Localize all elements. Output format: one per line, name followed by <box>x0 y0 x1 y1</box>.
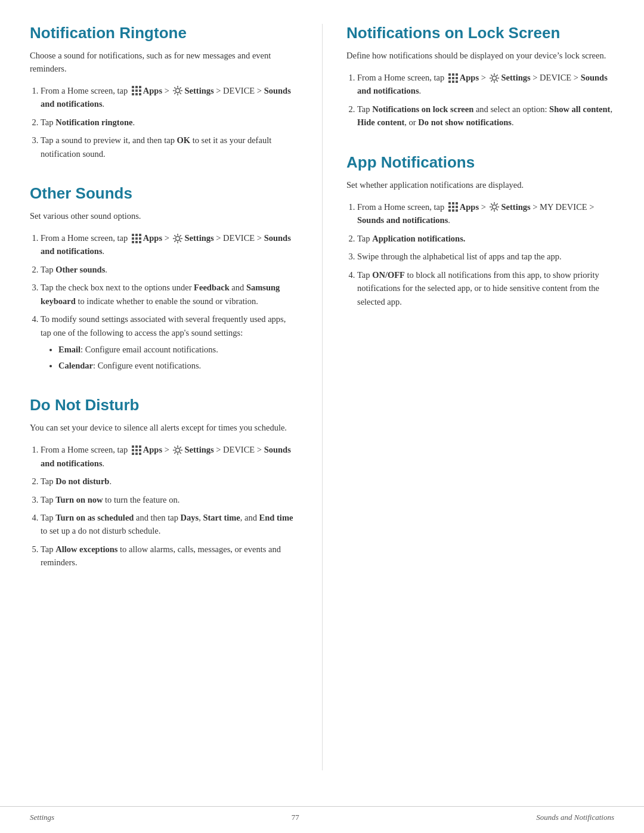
section-do-not-disturb: Do Not Disturb You can set your device t… <box>30 396 298 569</box>
do-not-show-label: Do not show notifications <box>418 117 512 127</box>
svg-rect-36 <box>448 80 451 83</box>
settings-icon <box>172 85 183 96</box>
list-item: Tap Other sounds. <box>41 263 298 276</box>
svg-rect-3 <box>132 89 134 92</box>
svg-rect-27 <box>135 453 138 455</box>
feedback-label: Feedback <box>194 283 230 292</box>
turn-on-scheduled-label: Turn on as scheduled <box>55 513 134 522</box>
svg-rect-13 <box>132 237 134 240</box>
svg-rect-22 <box>139 445 141 448</box>
svg-point-29 <box>176 448 180 452</box>
settings-label: Settings <box>501 202 530 212</box>
sounds-notif-label: Sounds and notifications <box>41 445 291 467</box>
svg-point-9 <box>176 89 180 93</box>
section-notification-ringtone: Notification Ringtone Choose a sound for… <box>30 24 298 160</box>
svg-rect-10 <box>132 234 134 236</box>
svg-rect-12 <box>139 234 141 236</box>
list-item: Email: Configure email account notificat… <box>58 343 298 356</box>
svg-rect-31 <box>452 73 454 76</box>
end-time-label: End time <box>259 513 293 522</box>
section-app-notifications: App Notifications Set whether applicatio… <box>346 153 614 308</box>
settings-icon <box>172 233 183 244</box>
svg-rect-41 <box>452 202 454 205</box>
allow-exceptions-label: Allow exceptions <box>55 544 117 554</box>
footer: Settings 77 Sounds and Notifications <box>0 806 644 833</box>
svg-rect-24 <box>135 449 138 451</box>
other-sounds-label: Other sounds <box>55 265 105 274</box>
section-desc-notifications-lock-screen: Define how notifications should be displ… <box>346 49 614 63</box>
show-all-label: Show all content <box>549 104 610 114</box>
list-item: Tap ON/OFF to block all notifications fr… <box>357 268 614 308</box>
svg-rect-37 <box>452 80 454 83</box>
svg-rect-30 <box>448 73 451 76</box>
settings-icon <box>489 202 500 212</box>
app-notif-label: Application notifications. <box>372 234 465 243</box>
svg-rect-25 <box>139 449 141 451</box>
steps-notification-ringtone: From a Home screen, tap <box>30 84 298 160</box>
svg-rect-1 <box>135 86 138 88</box>
settings-icon <box>489 73 500 83</box>
settings-label: Settings <box>184 86 213 95</box>
svg-rect-14 <box>135 237 138 240</box>
list-item: From a Home screen, tap <box>357 71 614 98</box>
list-item: Tap Notifications on lock screen and sel… <box>357 103 614 129</box>
svg-rect-47 <box>452 209 454 212</box>
days-label: Days <box>181 513 199 522</box>
svg-rect-16 <box>132 241 134 243</box>
svg-rect-17 <box>135 241 138 243</box>
svg-rect-26 <box>132 453 134 455</box>
svg-rect-11 <box>135 234 138 236</box>
apps-label: Apps <box>460 202 479 212</box>
steps-do-not-disturb: From a Home screen, tap <box>30 443 298 569</box>
apps-icon <box>448 202 459 212</box>
svg-rect-42 <box>456 202 458 205</box>
apps-label: Apps <box>143 86 162 95</box>
steps-other-sounds: From a Home screen, tap <box>30 231 298 372</box>
svg-rect-18 <box>139 241 141 243</box>
list-item: Tap Turn on as scheduled and then tap Da… <box>41 511 298 538</box>
notif-lock-screen-label: Notifications on lock screen <box>372 104 473 114</box>
bullet-list: Email: Configure email account notificat… <box>41 343 298 372</box>
svg-rect-45 <box>456 206 458 208</box>
list-item: Tap Allow exceptions to allow alarms, ca… <box>41 543 298 569</box>
right-column: Notifications on Lock Screen Define how … <box>322 24 614 770</box>
svg-rect-35 <box>456 77 458 79</box>
steps-notifications-lock-screen: From a Home screen, tap <box>346 71 614 129</box>
svg-rect-46 <box>448 209 451 212</box>
email-label: Email <box>58 345 80 354</box>
settings-label: Settings <box>184 233 213 243</box>
svg-rect-32 <box>456 73 458 76</box>
sounds-notif-label: Sounds and notifications <box>41 233 291 256</box>
svg-rect-40 <box>448 202 451 205</box>
section-title-notification-ringtone: Notification Ringtone <box>30 24 298 42</box>
svg-rect-6 <box>132 93 134 95</box>
svg-rect-20 <box>132 445 134 448</box>
list-item: Tap Do not disturb. <box>41 475 298 488</box>
section-title-app-notifications: App Notifications <box>346 153 614 172</box>
svg-rect-5 <box>139 89 141 92</box>
svg-rect-23 <box>132 449 134 451</box>
samsung-keyboard-label: Samsung keyboard <box>41 283 280 305</box>
sounds-notif-label: Sounds and notifications <box>357 73 608 95</box>
section-desc-do-not-disturb: You can set your device to silence all a… <box>30 422 298 435</box>
content-area: Notification Ringtone Choose a sound for… <box>0 0 644 806</box>
ok-label: OK <box>177 135 191 145</box>
left-column: Notification Ringtone Choose a sound for… <box>30 24 322 770</box>
section-title-do-not-disturb: Do Not Disturb <box>30 396 298 414</box>
svg-rect-7 <box>135 93 138 95</box>
calendar-label: Calendar <box>58 361 93 370</box>
list-item: To modify sound settings associated with… <box>41 312 298 372</box>
hide-content-label: Hide content <box>357 117 404 127</box>
section-desc-app-notifications: Set whether application notifications ar… <box>346 179 614 192</box>
svg-point-19 <box>176 236 180 240</box>
list-item: Calendar: Configure event notifications. <box>58 359 298 372</box>
steps-app-notifications: From a Home screen, tap <box>346 200 614 308</box>
svg-rect-0 <box>132 86 134 88</box>
sounds-notif-label: Sounds and notifications <box>357 215 448 225</box>
section-other-sounds: Other Sounds Set various other sound opt… <box>30 184 298 372</box>
sounds-notif-label: Sounds and notifications <box>41 86 291 109</box>
apps-icon <box>131 85 142 96</box>
svg-rect-4 <box>135 89 138 92</box>
list-item: Tap Turn on now to turn the feature on. <box>41 493 298 506</box>
section-notifications-lock-screen: Notifications on Lock Screen Define how … <box>346 24 614 129</box>
